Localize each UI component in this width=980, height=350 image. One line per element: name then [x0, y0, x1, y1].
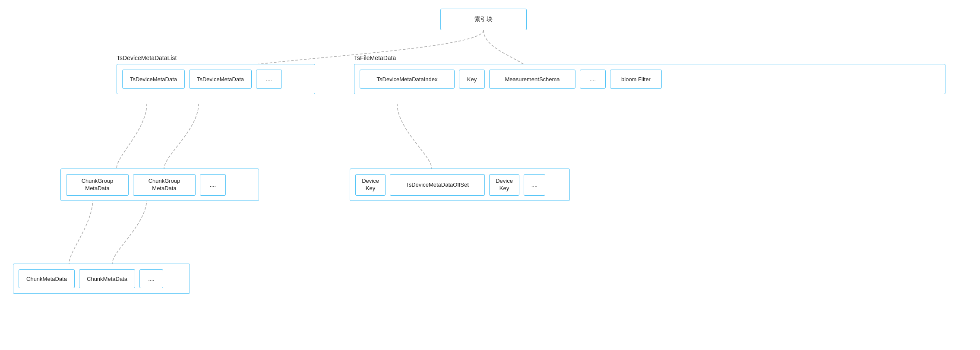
tsdevicemetadata-2: TsDeviceMetaData: [189, 70, 252, 89]
diagram-container: 索引块 TsDeviceMetaDataList TsDeviceMetaDat…: [0, 0, 980, 350]
tsdevicemetadatalist-container: TsDeviceMetaData TsDeviceMetaData ....: [117, 64, 315, 94]
chunkgroupmetadata-container: ChunkGroupMetaData ChunkGroupMetaData ..…: [60, 169, 259, 201]
chunkgroupmetadata-dots: ....: [200, 174, 226, 196]
devicekey-1: DeviceKey: [355, 174, 386, 196]
tsdevicemetadataindex: TsDeviceMetaDataIndex: [360, 70, 455, 89]
tsdevicemetadatalist-label: TsDeviceMetaDataList: [117, 54, 177, 61]
tsdevicemetadataoffset-container: DeviceKey TsDeviceMetaDataOffSet DeviceK…: [350, 169, 570, 201]
chunkmetadata-1: ChunkMetaData: [19, 269, 75, 288]
root-label: 索引块: [474, 16, 493, 23]
tsfilemetadata-label: TsFileMetaData: [354, 54, 396, 61]
chunkgroupmetadata-2: ChunkGroupMetaData: [133, 174, 196, 196]
chunkgroupmetadata-1: ChunkGroupMetaData: [66, 174, 129, 196]
tsdevicemetadata-1: TsDeviceMetaData: [122, 70, 185, 89]
chunkmetadata-2: ChunkMetaData: [79, 269, 135, 288]
tsdevicemetadataoffset-dots: ....: [524, 174, 545, 196]
tsdevicemetadata-dots: ....: [256, 70, 282, 89]
measurementschema: MeasurementSchema: [489, 70, 575, 89]
dots-label: ....: [266, 76, 272, 83]
chunkmetadata-dots: ....: [139, 269, 163, 288]
key-node: Key: [459, 70, 485, 89]
tsdevicemetadataoffset: TsDeviceMetaDataOffSet: [390, 174, 485, 196]
chunkmetadata-container: ChunkMetaData ChunkMetaData ....: [13, 264, 190, 294]
bloomfilter: bloom Filter: [610, 70, 662, 89]
tsfilemetadata-container: TsDeviceMetaDataIndex Key MeasurementSch…: [354, 64, 945, 94]
tsfilemetadata-dots: ....: [580, 70, 606, 89]
devicekey-2: DeviceKey: [489, 174, 519, 196]
root-node: 索引块: [440, 9, 527, 30]
